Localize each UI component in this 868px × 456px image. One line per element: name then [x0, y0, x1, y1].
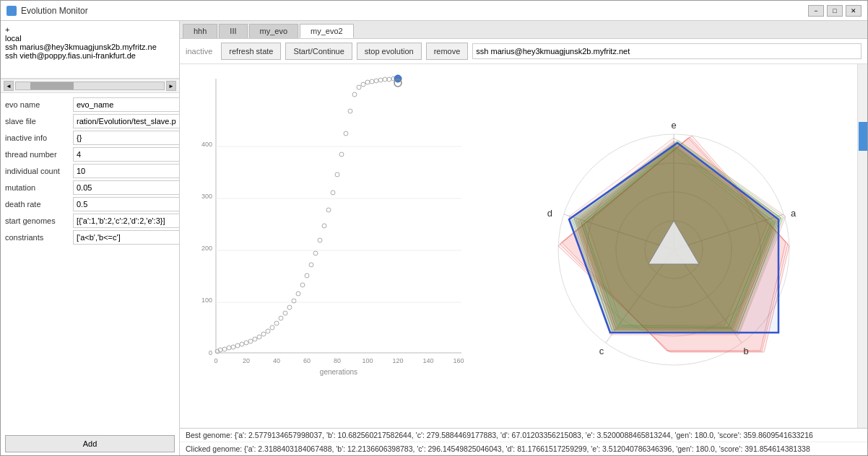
svg-point-55: [361, 82, 365, 87]
toolbar: inactive refresh state Start/Continue st…: [180, 39, 867, 64]
connection-ssh2[interactable]: ssh vieth@poppy.fias.uni-frankfurt.de: [5, 51, 175, 60]
slave-file-label: slave file: [5, 117, 70, 126]
slave-file-input[interactable]: [73, 114, 180, 128]
svg-text:40: 40: [273, 357, 280, 364]
connection-add[interactable]: +: [5, 25, 175, 34]
start-genomes-input[interactable]: [73, 214, 180, 228]
connection-ssh1[interactable]: ssh marius@hey3kmuagjunsk2b.myfritz.ne: [5, 43, 175, 51]
svg-point-44: [313, 251, 318, 255]
close-button[interactable]: ✕: [846, 5, 862, 17]
svg-point-30: [253, 337, 257, 341]
svg-point-57: [370, 79, 374, 84]
horizontal-scrollbar[interactable]: ◄ ►: [1, 79, 179, 93]
tab-my-evo[interactable]: my_evo: [249, 24, 299, 38]
start-genomes-row: start genomes: [5, 214, 175, 228]
svg-point-60: [383, 77, 387, 82]
thread-number-input[interactable]: [73, 147, 180, 162]
refresh-button[interactable]: refresh state: [221, 43, 281, 60]
thread-number-row: thread number: [5, 147, 175, 162]
svg-point-48: [331, 190, 335, 195]
svg-text:b: b: [743, 346, 748, 356]
tab-hhh[interactable]: hhh: [183, 24, 217, 38]
svg-point-59: [378, 78, 383, 82]
scroll-left-arrow[interactable]: ◄: [4, 81, 14, 91]
scatter-plot: score 0 100 200 300 400: [187, 71, 469, 382]
svg-point-52: [348, 109, 352, 113]
connection-local[interactable]: local: [5, 34, 175, 43]
svg-point-34: [270, 325, 274, 330]
svg-text:a: a: [791, 208, 797, 219]
svg-text:60: 60: [303, 357, 311, 364]
individual-count-input[interactable]: [73, 164, 180, 178]
death-rate-input[interactable]: [73, 197, 180, 211]
evo-name-input[interactable]: [73, 97, 180, 112]
svg-point-42: [305, 273, 309, 278]
add-button[interactable]: Add: [5, 435, 175, 452]
svg-point-40: [296, 291, 300, 296]
remove-button[interactable]: remove: [426, 43, 469, 60]
constriants-input[interactable]: [73, 230, 180, 245]
svg-point-23: [222, 347, 227, 351]
window-title: Evolution Monitor: [21, 6, 88, 16]
status-label: inactive: [186, 47, 212, 56]
svg-marker-96: [569, 143, 778, 333]
best-genome-row: Best genome: {'a': 2.5779134657998037, '…: [180, 429, 867, 442]
evo-name-row: evo name: [5, 97, 175, 112]
svg-point-53: [352, 92, 357, 97]
svg-point-27: [240, 342, 244, 346]
svg-point-32: [261, 332, 266, 336]
inactive-info-input[interactable]: [73, 131, 180, 145]
vscroll-thumb[interactable]: [859, 122, 867, 151]
minimize-button[interactable]: −: [808, 5, 824, 17]
title-bar-left: Evolution Monitor: [6, 6, 88, 16]
svg-text:140: 140: [422, 357, 433, 364]
svg-text:120: 120: [392, 357, 403, 364]
scroll-right-arrow[interactable]: ►: [166, 81, 176, 91]
thread-number-label: thread number: [5, 150, 70, 159]
scrollbar-thumb[interactable]: [30, 82, 74, 89]
svg-text:300: 300: [201, 193, 212, 200]
svg-point-49: [335, 172, 339, 177]
svg-point-24: [227, 346, 231, 350]
svg-point-41: [300, 283, 305, 287]
evo-name-label: evo name: [5, 100, 70, 109]
maximize-button[interactable]: □: [827, 5, 843, 17]
svg-point-50: [339, 152, 344, 157]
individual-count-label: individual count: [5, 167, 70, 175]
svg-point-26: [235, 343, 240, 348]
vertical-scrollbar[interactable]: [857, 64, 867, 428]
sidebar: + local ssh marius@hey3kmuagjunsk2b.myfr…: [1, 21, 180, 455]
connections-list: + local ssh marius@hey3kmuagjunsk2b.myfr…: [1, 21, 179, 79]
svg-text:0: 0: [214, 357, 217, 364]
svg-text:160: 160: [453, 357, 464, 364]
ssh-input[interactable]: [472, 43, 862, 59]
svg-text:400: 400: [201, 141, 212, 148]
svg-point-56: [365, 80, 370, 84]
svg-text:0: 0: [209, 349, 212, 356]
start-continue-button[interactable]: Start/Continue: [285, 43, 352, 60]
radar-plot: e a b c d: [540, 91, 807, 401]
scatter-container: score 0 100 200 300 400: [180, 64, 490, 428]
start-genomes-label: start genomes: [5, 216, 70, 225]
slave-file-row: slave file: [5, 114, 175, 128]
svg-point-38: [287, 305, 292, 310]
svg-point-61: [387, 77, 391, 82]
svg-point-47: [326, 208, 331, 212]
bottom-info: Best genome: {'a': 2.5779134657998037, '…: [180, 428, 867, 455]
svg-point-37: [283, 311, 287, 315]
stop-evolution-button[interactable]: stop evolution: [357, 43, 422, 60]
title-bar-controls: − □ ✕: [808, 5, 862, 17]
radar-container: e a b c d: [490, 64, 857, 428]
charts-area: score 0 100 200 300 400: [180, 64, 867, 428]
tab-III[interactable]: III: [219, 24, 247, 38]
tab-my-evo2[interactable]: my_evo2: [300, 24, 354, 38]
clicked-genome-row: Clicked genome: {'a': 2.3188403184067488…: [180, 442, 867, 455]
mutation-input[interactable]: [73, 180, 180, 195]
svg-text:d: d: [547, 208, 552, 219]
svg-point-46: [322, 224, 326, 228]
scrollbar-track[interactable]: [15, 82, 165, 90]
svg-point-51: [344, 131, 348, 136]
main-area: hhh III my_evo my_evo2 inactive refresh …: [180, 21, 867, 455]
svg-point-35: [274, 321, 279, 325]
mutation-label: mutation: [5, 183, 70, 192]
